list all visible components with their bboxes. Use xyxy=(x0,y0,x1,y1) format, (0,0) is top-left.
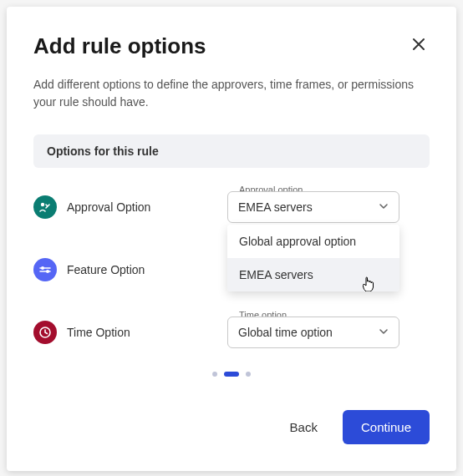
add-rule-options-modal: Add rule options Add different options t… xyxy=(7,7,456,471)
time-icon xyxy=(33,321,57,344)
feature-icon xyxy=(33,258,57,281)
close-icon xyxy=(411,42,426,54)
page-dot-3[interactable] xyxy=(246,372,251,377)
pagination-dots xyxy=(33,372,430,377)
back-button[interactable]: Back xyxy=(285,412,323,443)
time-option-label: Time Option xyxy=(67,326,130,339)
approval-label-wrap: Approval Option xyxy=(33,195,227,219)
approval-option-label: Approval Option xyxy=(67,200,150,214)
dropdown-item-global[interactable]: Global approval option xyxy=(227,225,399,258)
time-select[interactable]: Global time option xyxy=(227,316,399,348)
time-select-wrap: Time option Global time option xyxy=(227,316,399,348)
approval-select-value: EMEA servers xyxy=(238,200,313,214)
svg-point-0 xyxy=(41,203,44,206)
options-banner: Options for this rule xyxy=(33,134,430,168)
modal-footer: Back Continue xyxy=(33,410,430,444)
svg-point-1 xyxy=(41,266,44,270)
modal-description: Add different options to define the appr… xyxy=(33,76,430,111)
svg-point-2 xyxy=(46,270,49,273)
time-option-row: Time Option Time option Global time opti… xyxy=(33,316,430,348)
dropdown-item-emea[interactable]: EMEA servers xyxy=(227,258,399,291)
time-select-value: Global time option xyxy=(238,326,333,339)
chevron-down-icon xyxy=(379,200,389,214)
approval-option-row: Approval Option Approval option EMEA ser… xyxy=(33,191,430,223)
continue-button[interactable]: Continue xyxy=(343,410,430,444)
close-button[interactable] xyxy=(408,33,430,58)
page-dot-1[interactable] xyxy=(212,372,217,377)
feature-label-wrap: Feature Option xyxy=(33,258,227,281)
approval-dropdown-menu: Global approval option EMEA servers xyxy=(227,225,399,291)
approval-select[interactable]: EMEA servers xyxy=(227,191,399,223)
approval-select-wrap: Approval option EMEA servers Global appr… xyxy=(227,191,399,223)
approval-icon xyxy=(33,195,57,219)
modal-header: Add rule options xyxy=(33,33,430,59)
feature-option-label: Feature Option xyxy=(67,263,145,276)
page-dot-2[interactable] xyxy=(224,372,239,377)
time-label-wrap: Time Option xyxy=(33,321,227,344)
modal-title: Add rule options xyxy=(33,33,206,59)
chevron-down-icon xyxy=(379,326,389,339)
